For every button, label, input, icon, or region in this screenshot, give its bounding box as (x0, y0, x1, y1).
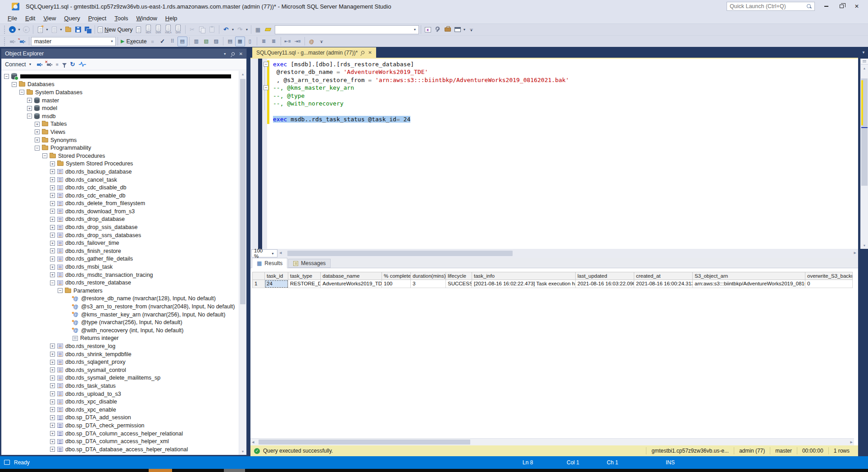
undo-button[interactable]: ↶ (221, 25, 231, 35)
expand-icon[interactable]: + (50, 383, 55, 388)
tree-item[interactable]: +dbo.rds_restore_log (1, 342, 239, 350)
menu-tools[interactable]: Tools (110, 14, 132, 23)
tree-item[interactable]: +dbo.rds_cdc_disable_db (1, 183, 239, 192)
tree-item[interactable]: +dbo.rds_cancel_task (1, 176, 239, 184)
tab-close-icon[interactable]: ✕ (368, 50, 372, 55)
grid-header-cell[interactable]: overwrite_S3_backup_file (805, 272, 853, 280)
grid-cell[interactable]: 2021-08-16 16:03:22.090 (576, 280, 634, 288)
menu-window[interactable]: Window (132, 14, 161, 23)
quick-launch-box[interactable] (727, 2, 815, 11)
expand-icon[interactable]: + (50, 225, 55, 230)
tree-item[interactable]: −dbo.rds_restore_database (1, 279, 239, 287)
menu-view[interactable]: View (39, 14, 60, 23)
comment-lines-button[interactable]: ≣ (259, 37, 269, 46)
tree-item[interactable]: −msdb (1, 112, 239, 120)
insert-mode-indicator[interactable]: INS (666, 459, 675, 466)
dax-query-button[interactable]: DAX (173, 25, 183, 35)
activity-monitor-icon[interactable] (79, 62, 86, 67)
code-line[interactable]: −exec [msdb].[dbo].[rds_restore_database… (269, 60, 850, 68)
expand-icon[interactable]: + (50, 201, 55, 206)
tab-pin-icon[interactable] (361, 50, 365, 55)
split-editor-hand[interactable] (861, 59, 868, 64)
expand-icon[interactable]: + (50, 241, 55, 246)
tree-item[interactable]: +dbo.rds_task_status (1, 382, 239, 390)
cancel-query-button[interactable]: ■ (148, 37, 158, 46)
scroll-right-icon[interactable]: ▶ (850, 440, 853, 444)
tree-item[interactable]: +dbo.rds_sysmail_delete_mailitems_sp (1, 374, 239, 382)
live-query-stats-button[interactable]: ▨ (211, 37, 221, 46)
expand-icon[interactable]: + (50, 352, 55, 357)
code-line[interactable]: @restore_db_name = 'AdventureWorks2019_T… (269, 68, 850, 76)
expand-icon[interactable]: + (50, 423, 55, 428)
toolbar-combobox-caret[interactable]: ▼ (412, 26, 418, 34)
options-wrench-button[interactable] (433, 25, 443, 35)
grid-cell[interactable]: 0 (805, 280, 853, 288)
expand-icon[interactable]: + (50, 376, 55, 380)
intellisense-enabled-button[interactable]: ▤ (177, 37, 187, 46)
grid-cell[interactable]: SUCCESS (446, 280, 472, 288)
tree-item[interactable]: +dbo.rds_xpc_disable (1, 398, 239, 406)
command-window-button[interactable] (453, 25, 463, 35)
grid-header-cell[interactable]: created_at (634, 272, 693, 280)
execute-button[interactable]: ▶ Execute (120, 37, 148, 46)
code-line[interactable]: --, @type (269, 92, 850, 100)
dmx-query-button[interactable]: DMX (154, 25, 164, 35)
toolbar-overflow-button[interactable]: —▼ (467, 25, 477, 35)
specify-template-parameters-button[interactable]: ▦ (253, 25, 263, 35)
increase-indent-button[interactable]: ⇥≡ (293, 37, 303, 46)
mdx-query-button[interactable]: MDX (144, 25, 154, 35)
results-to-grid-button[interactable]: ▦ (235, 37, 245, 46)
tree-item[interactable]: −Parameters (1, 287, 239, 295)
tree-item[interactable]: @@restore_db_name (nvarchar(128), Input,… (1, 295, 239, 303)
tree-item[interactable]: +System Stored Procedures (1, 160, 239, 168)
code-line[interactable]: , @s3_arn_to_restore_from = 'arn:aws:s3:… (269, 76, 850, 84)
tree-item[interactable]: +dbo.rds_upload_to_s3 (1, 390, 239, 398)
tree-item[interactable]: +dbo.sp_DTA_add_session (1, 414, 239, 422)
tree-item[interactable]: +dbo.sp_DTA_check_permission (1, 422, 239, 430)
open-file-button[interactable] (63, 25, 73, 35)
expand-icon[interactable]: + (50, 272, 55, 277)
row-number-cell[interactable]: 1 (252, 280, 265, 288)
tree-item[interactable]: +dbo.rds_delete_from_filesystem (1, 200, 239, 208)
expand-icon[interactable]: − (50, 280, 55, 285)
scroll-left-icon[interactable]: ◀ (279, 251, 282, 255)
sql-editor[interactable]: −exec [msdb].[dbo].[rds_restore_database… (250, 59, 858, 249)
expand-icon[interactable]: + (50, 415, 55, 420)
expand-icon[interactable]: + (50, 399, 55, 404)
add-item-button[interactable] (49, 25, 59, 35)
expand-icon[interactable]: + (50, 431, 55, 436)
expand-icon[interactable]: + (50, 257, 55, 261)
expand-icon[interactable]: + (50, 344, 55, 348)
line-number-indicator[interactable]: Ln 8 (523, 459, 533, 466)
grid-cell[interactable]: arn:aws:s3:::biintbkp/AdventureWorks2019… (693, 280, 805, 288)
redo-button[interactable]: ↷ (235, 25, 245, 35)
expand-icon[interactable]: − (19, 90, 24, 95)
undo-caret[interactable]: ▼ (231, 28, 235, 31)
copy-button[interactable] (197, 25, 207, 35)
scrollbar-thumb[interactable] (240, 79, 245, 304)
code-line[interactable]: exec msdb..rds_task_status @task_id= 24 (269, 115, 850, 123)
available-databases-combobox[interactable]: master ▼ (31, 37, 116, 46)
close-button[interactable]: ✕ (849, 0, 864, 13)
expand-icon[interactable]: + (50, 367, 55, 372)
tree-item[interactable]: +dbo.rds_download_from_s3 (1, 207, 239, 215)
tree-item[interactable]: @@with_norecovery (int, Input, No defaul… (1, 326, 239, 335)
scroll-right-icon[interactable]: ▶ (854, 251, 856, 255)
expand-icon[interactable]: − (4, 74, 9, 79)
tab-messages[interactable]: Messages (288, 259, 331, 268)
grid-header-cell[interactable]: last_updated (576, 272, 634, 280)
scroll-down-icon[interactable]: ▼ (861, 242, 868, 249)
scroll-up-icon[interactable]: ▲ (861, 65, 868, 72)
toolbox-button[interactable] (443, 25, 453, 35)
code-line[interactable] (269, 107, 850, 115)
expand-icon[interactable]: + (50, 391, 55, 396)
minimize-button[interactable] (818, 0, 834, 13)
toolbar-overflow-button[interactable]: —▼ (317, 37, 327, 46)
collapse-icon[interactable]: − (264, 85, 268, 90)
tree-item[interactable]: +dbo.rds_sysmail_control (1, 366, 239, 374)
quick-launch-input[interactable] (730, 3, 806, 9)
char-indicator[interactable]: Ch 1 (607, 459, 618, 466)
tree-item[interactable]: +Views (1, 128, 239, 136)
tree-item[interactable]: Returns integer (1, 335, 239, 343)
menu-edit[interactable]: Edit (21, 14, 39, 23)
